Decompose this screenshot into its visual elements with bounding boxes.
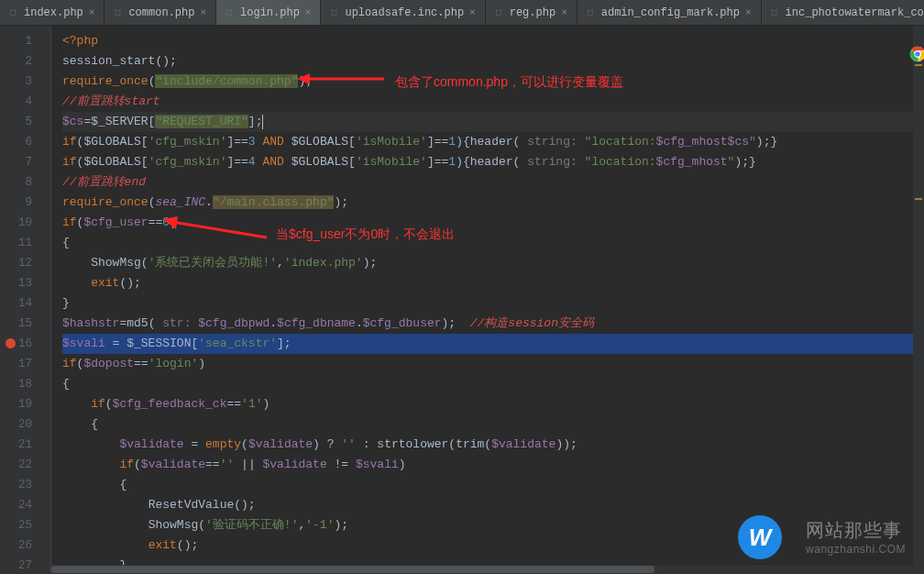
line-number: 19 bbox=[0, 394, 50, 414]
code-line: $validate = empty($validate) ? '' : strt… bbox=[62, 435, 924, 455]
php-file-icon: ⬚ bbox=[328, 7, 339, 18]
code-line: { bbox=[62, 374, 924, 394]
code-line: if($cfg_feedback_ck=='1') bbox=[62, 394, 924, 414]
code-line: ShowMsg('验证码不正确!','-1'); bbox=[62, 515, 924, 535]
code-area[interactable]: <?php session_start(); require_once("inc… bbox=[51, 26, 924, 574]
code-line: <?php bbox=[62, 31, 924, 51]
code-line: { bbox=[62, 233, 924, 253]
line-number: 15 bbox=[0, 314, 50, 334]
tab-label: inc_photowatermark_config.php bbox=[786, 6, 924, 19]
code-line: { bbox=[62, 414, 924, 435]
line-number: 6 bbox=[0, 132, 50, 152]
tab-close-icon[interactable]: × bbox=[469, 7, 476, 18]
code-line: $svali = $_SESSION['sea_ckstr']; bbox=[62, 334, 924, 354]
code-line: //前置跳转start bbox=[62, 92, 924, 112]
code-line: } bbox=[62, 293, 924, 314]
code-line: if($GLOBALS['cfg_mskin']==3 AND $GLOBALS… bbox=[62, 132, 924, 152]
line-number: 17 bbox=[0, 354, 50, 374]
watermark-text: 网站那些事 wangzhanshi.COM bbox=[806, 518, 906, 556]
tab-close-icon[interactable]: × bbox=[305, 7, 312, 18]
breakpoint-icon[interactable] bbox=[6, 338, 16, 348]
php-file-icon: ⬚ bbox=[224, 7, 235, 18]
tab-close-icon[interactable]: × bbox=[89, 7, 95, 18]
line-number: 26 bbox=[0, 535, 50, 556]
php-file-icon: ⬚ bbox=[769, 7, 780, 18]
code-line: if($dopost=='login') bbox=[62, 354, 924, 374]
php-file-icon: ⬚ bbox=[585, 7, 596, 18]
code-line: require_once(sea_INC."/main.class.php"); bbox=[62, 193, 924, 213]
annotation-text: 包含了common.php，可以进行变量覆盖 bbox=[395, 72, 623, 92]
line-number: 20 bbox=[0, 414, 50, 435]
line-number: 2 bbox=[0, 51, 50, 72]
tab-inc-photowatermark-config-php[interactable]: ⬚inc_photowatermark_config.php× bbox=[762, 0, 924, 25]
line-number: 5 bbox=[0, 112, 50, 132]
line-number: 10 bbox=[0, 213, 50, 233]
tab-label: uploadsafe.inc.php bbox=[345, 6, 464, 19]
line-number: 25 bbox=[0, 515, 50, 535]
tab-reg-php[interactable]: ⬚reg.php× bbox=[486, 0, 578, 25]
editor-overview-ruler[interactable] bbox=[913, 26, 924, 574]
line-number: 1 bbox=[0, 31, 50, 51]
line-number: 24 bbox=[0, 495, 50, 515]
code-line: $hashstr=md5( str: $cfg_dbpwd.$cfg_dbnam… bbox=[62, 314, 924, 334]
code-line: session_start(); bbox=[62, 51, 924, 72]
line-number: 13 bbox=[0, 273, 50, 293]
code-line: $cs=$_SERVER["REQUEST_URI"]; bbox=[62, 112, 924, 132]
line-number: 14 bbox=[0, 293, 50, 314]
tab-close-icon[interactable]: × bbox=[745, 7, 752, 18]
tab-uploadsafe-inc-php[interactable]: ⬚uploadsafe.inc.php× bbox=[321, 0, 485, 25]
code-line: //前置跳转end bbox=[62, 172, 924, 193]
line-number: 9 bbox=[0, 193, 50, 213]
gutter[interactable]: 1 2 3 4 5 6 7 8 9 10 11 12 13 14 15 16 1… bbox=[0, 26, 51, 574]
code-line: if($validate=='' || $validate != $svali) bbox=[62, 455, 924, 475]
tab-label: login.php bbox=[240, 6, 300, 19]
tab-label: reg.php bbox=[510, 6, 556, 19]
tab-login-php[interactable]: ⬚login.php× bbox=[216, 0, 321, 25]
line-number: 12 bbox=[0, 253, 50, 273]
code-line: ShowMsg('系统已关闭会员功能!','index.php'); bbox=[62, 253, 924, 273]
tab-bar: ⬚index.php× ⬚common.php× ⬚login.php× ⬚up… bbox=[0, 0, 924, 26]
tab-close-icon[interactable]: × bbox=[561, 7, 567, 18]
line-number: 23 bbox=[0, 475, 50, 495]
scrollbar-thumb[interactable] bbox=[51, 566, 654, 573]
watermark-logo: W bbox=[738, 515, 782, 559]
annotation-text: 当$cfg_user不为0时，不会退出 bbox=[276, 224, 455, 244]
code-line: exit(); bbox=[62, 273, 924, 293]
tab-label: common.php bbox=[128, 6, 194, 19]
line-number: 27 bbox=[0, 556, 50, 574]
marker-icon bbox=[915, 64, 922, 66]
line-number: 22 bbox=[0, 455, 50, 475]
tab-close-icon[interactable]: × bbox=[200, 7, 206, 18]
php-file-icon: ⬚ bbox=[7, 7, 18, 18]
code-line: { bbox=[62, 475, 924, 495]
code-line: if($cfg_user==0) bbox=[62, 213, 924, 233]
marker-icon bbox=[915, 198, 922, 200]
line-number: 4 bbox=[0, 92, 50, 112]
editor: 1 2 3 4 5 6 7 8 9 10 11 12 13 14 15 16 1… bbox=[0, 26, 924, 574]
chrome-icon bbox=[909, 46, 924, 62]
php-file-icon: ⬚ bbox=[493, 7, 504, 18]
tab-index-php[interactable]: ⬚index.php× bbox=[0, 0, 104, 25]
text-caret bbox=[262, 115, 263, 129]
line-number: 8 bbox=[0, 172, 50, 193]
tab-common-php[interactable]: ⬚common.php× bbox=[104, 0, 216, 25]
tab-admin-config-mark-php[interactable]: ⬚admin_config_mark.php× bbox=[578, 0, 762, 25]
horizontal-scrollbar[interactable] bbox=[51, 565, 913, 574]
tab-label: admin_config_mark.php bbox=[601, 6, 740, 19]
line-number: 18 bbox=[0, 374, 50, 394]
code-line: ResetVdValue(); bbox=[62, 495, 924, 515]
line-number: 21 bbox=[0, 435, 50, 455]
php-file-icon: ⬚ bbox=[112, 7, 123, 18]
tab-label: index.php bbox=[24, 6, 83, 19]
code-line: if($GLOBALS['cfg_mskin']==4 AND $GLOBALS… bbox=[62, 152, 924, 172]
line-number: 7 bbox=[0, 152, 50, 172]
code-line: exit(); bbox=[62, 535, 924, 556]
line-number: 11 bbox=[0, 233, 50, 253]
line-number: 3 bbox=[0, 72, 50, 92]
